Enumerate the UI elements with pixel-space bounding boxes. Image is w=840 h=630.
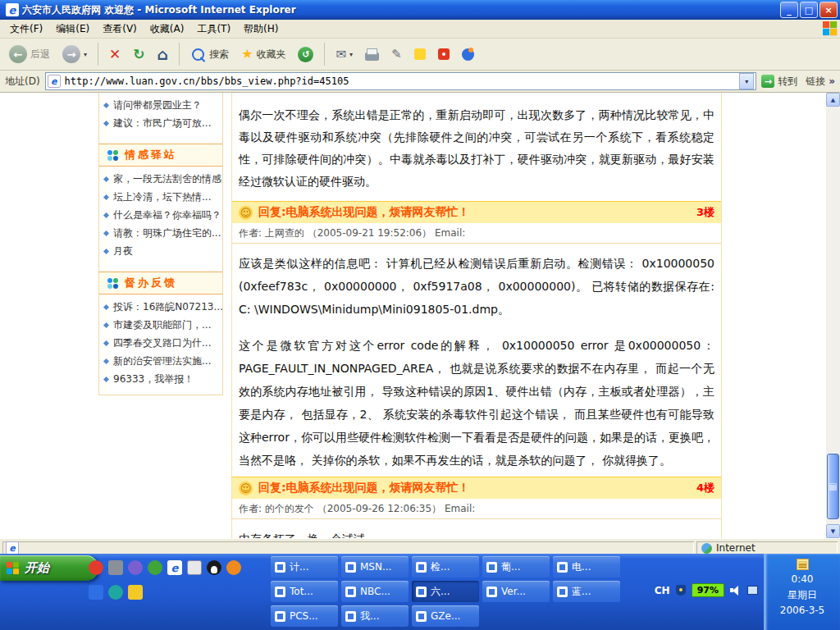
go-button[interactable]: → 转到 [761,75,797,89]
taskbar-button[interactable]: 葡... [482,556,550,578]
address-dropdown-button[interactable]: ▾ [739,73,754,89]
messenger-button[interactable] [410,47,430,62]
titlebar[interactable]: e 六安市人民政府网 欢迎您 - Microsoft Internet Expl… [0,0,840,20]
reply-paragraph: 应该是类似这样的信息吧： 计算机已经从检测错误后重新启动。检测错误： 0x100… [232,244,721,326]
quick-launch-icon[interactable] [89,585,103,600]
quick-launch-icon[interactable] [128,560,143,575]
bullet-icon [103,358,109,363]
menu-favorites[interactable]: 收藏(A) [144,20,191,39]
qq-button[interactable] [434,47,454,62]
volume-icon[interactable] [730,585,742,596]
scroll-thumb[interactable] [827,454,839,519]
chevron-icon: » [829,75,835,87]
system-tray: CH 97% [655,583,758,597]
security-tray-icon[interactable] [676,585,686,596]
taskbar-button[interactable]: 计... [271,556,338,578]
close-button[interactable]: × [819,2,838,18]
refresh-icon: ↻ [133,48,144,62]
bullet-icon [103,376,109,381]
taskbar-button[interactable]: 检... [412,556,479,578]
taskbar: 开始 e 计... MSN... 检... 葡... 电... Tot... N… [0,554,840,630]
quick-launch-qq-icon[interactable] [207,560,221,575]
address-url[interactable]: http://www.luan.gov.cn/bbs/bbs_view.php?… [65,75,736,87]
print-button[interactable] [361,47,383,62]
sidebar-link[interactable]: 什么是幸福？你幸福吗？ [99,206,222,224]
language-indicator[interactable]: CH [655,585,670,596]
quick-launch-icon[interactable] [128,585,143,600]
menu-tools[interactable]: 工具(T) [190,20,237,39]
links-button[interactable]: 链接 » [802,75,835,89]
scroll-up-button[interactable]: ▲ [826,93,840,107]
favorites-button[interactable]: ★ 收藏夹 [237,46,290,63]
maximize-button[interactable]: □ [800,2,818,18]
clover-icon [107,150,118,161]
refresh-button[interactable]: ↻ [129,46,148,63]
taskbar-button[interactable]: Tot... [271,581,338,602]
vertical-scrollbar[interactable]: ▲ ▼ [826,93,840,538]
home-button[interactable]: ⌂ [153,45,173,64]
minimize-button[interactable]: _ [780,2,798,18]
stop-button[interactable]: ✕ [105,46,125,63]
sidebar-link[interactable]: 投诉：16路皖N07213... [99,298,222,316]
network-tray-icon[interactable] [747,586,758,595]
taskbar-button[interactable]: GZe... [412,605,479,627]
window-icon [486,587,497,597]
reply-title: 回复:电脑系统出现问题，烦请网友帮忙！ [258,481,470,495]
reply-paragraph: 这个是微软官方对这个error code的解释， 0x10000050 erro… [232,326,721,477]
mail-button[interactable]: ✉ ▾ [331,47,357,62]
window-icon [557,587,568,597]
menu-help[interactable]: 帮助(H) [237,20,285,39]
history-button[interactable]: ↺ [294,45,317,64]
taskbar-button-active[interactable]: 六... [412,581,479,602]
forward-button[interactable]: → ▾ [58,43,91,65]
quick-launch-icon[interactable] [148,560,162,575]
taskbar-button[interactable]: 电... [553,556,620,578]
quick-launch-icon[interactable] [108,560,123,575]
menu-view[interactable]: 查看(V) [96,20,144,39]
sidebar-link-label: 新的治安管理法实施... [113,354,211,368]
sidebar-link[interactable]: 家，一段无法割舍的情感 [99,170,222,188]
reply-title: 回复:电脑系统出现问题，烦请网友帮忙！ [258,205,470,220]
search-label: 搜索 [209,48,229,62]
search-button[interactable]: 搜索 [186,45,233,64]
back-button[interactable]: ← 后退 [5,43,54,65]
page-icon: e [48,75,61,88]
ie-letter: e [9,5,16,16]
sidebar-link[interactable]: 月夜 [99,242,222,260]
quick-launch-icon[interactable] [108,585,123,600]
scroll-down-button[interactable]: ▼ [826,524,840,538]
quick-launch-ie-icon[interactable]: e [167,560,182,575]
media-button[interactable] [458,47,478,62]
forward-dropdown-icon[interactable]: ▾ [84,51,87,58]
sidebar-link[interactable]: 市建委及职能部门，... [99,316,222,334]
quick-launch-icon[interactable] [187,560,202,575]
menu-edit[interactable]: 编辑(E) [49,20,96,39]
sidebar-link[interactable]: 请问带都景园业主？ [99,96,222,114]
taskbar-clock[interactable]: 0:40 星期日 2006-3-5 [764,554,840,630]
reply-header: ☺ 回复:电脑系统出现问题，烦请网友帮忙！ 3楼 [232,201,721,223]
window-title: 六安市人民政府网 欢迎您 - Microsoft Internet Explor… [22,3,780,17]
taskbar-button[interactable]: PCS... [271,605,338,627]
battery-indicator[interactable]: 97% [692,583,724,597]
taskbar-button[interactable]: MSN... [341,556,409,578]
taskbar-button[interactable]: 蓝... [553,581,620,602]
taskbar-button[interactable]: Ver... [482,581,550,602]
menu-file[interactable]: 文件(F) [3,20,49,39]
sidebar-section-header: 情感驿站 [99,144,222,167]
sidebar-link[interactable]: 建议：市民广场可放... [99,114,222,132]
sidebar-link[interactable]: 请教：明珠广场住宅的... [99,224,222,242]
post-text: 偶尔一次不理会，系统出错是正常的，重新启动即可，出现次数多了，两种情况比较常见，… [232,93,721,201]
mail-dropdown-icon[interactable]: ▾ [349,51,353,58]
sidebar-link[interactable]: 96333，我举报！ [99,370,222,388]
sidebar-link[interactable]: 四季春交叉路口为什... [99,334,222,352]
taskbar-button[interactable]: NBC... [341,581,409,602]
edit-button[interactable]: ✎ [387,47,406,62]
taskbar-button[interactable]: 我... [341,605,409,627]
stop-icon: ✕ [109,48,121,62]
sidebar-link[interactable]: 坛上冷清，坛下热情... [99,188,222,206]
sidebar-link[interactable]: 新的治安管理法实施... [99,352,222,370]
quick-launch-icon[interactable] [89,560,103,575]
address-input[interactable]: e http://www.luan.gov.cn/bbs/bbs_view.ph… [45,72,757,90]
start-button[interactable]: 开始 [0,555,98,581]
quick-launch-icon[interactable] [226,560,241,575]
